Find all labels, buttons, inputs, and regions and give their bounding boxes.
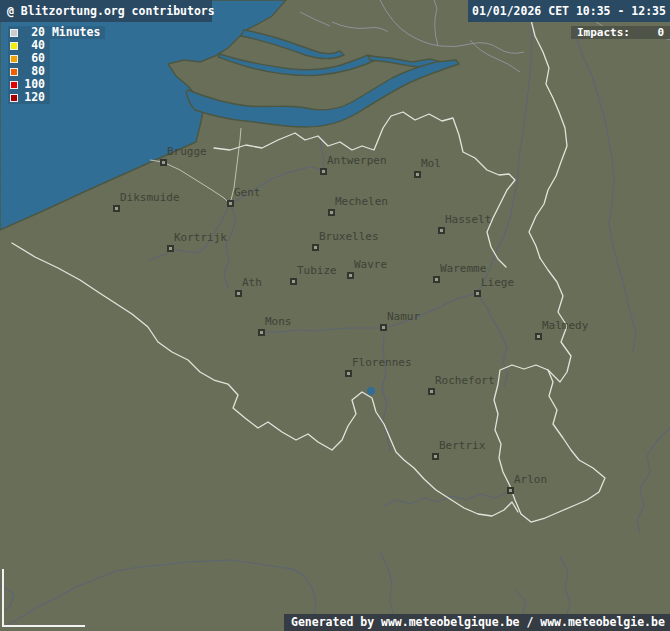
lightning-map-app: BruggeDiksmuideGentKortrijkAntwerpenMolM… (0, 0, 670, 631)
legend-color-swatch (10, 42, 18, 50)
city-marker (167, 245, 174, 252)
city-label: Wavre (354, 258, 387, 271)
city-label: Ath (242, 276, 262, 289)
impacts-counter: Impacts: 0 (571, 26, 670, 39)
city-label: Diksmuide (120, 191, 180, 204)
city-marker (380, 324, 387, 331)
legend-color-swatch (10, 94, 18, 102)
city-marker (345, 370, 352, 377)
city-label: Mechelen (335, 195, 388, 208)
city-label: Mol (421, 157, 441, 170)
city-marker (428, 388, 435, 395)
city-label: Bruxelles (319, 230, 379, 243)
legend-row: 20 Minutes (8, 26, 105, 39)
impacts-value: 0 (657, 26, 664, 39)
legend: 20 Minutes406080100120 (8, 26, 105, 104)
city-marker (290, 278, 297, 285)
city-label: Arlon (514, 473, 547, 486)
city-marker (258, 329, 265, 336)
city-label: Brugge (167, 145, 207, 158)
city-label: Tubize (297, 264, 337, 277)
city-label: Hasselt (445, 213, 491, 226)
city-label: Rochefort (435, 374, 495, 387)
city-label: Mons (265, 315, 292, 328)
city-marker (474, 290, 481, 297)
city-marker (235, 290, 242, 297)
legend-color-swatch (10, 68, 18, 76)
legend-row: 120 (8, 91, 50, 104)
datetime-bar: 01/01/2026 CET 10:35 - 12:35 (468, 0, 670, 22)
legend-color-swatch (10, 55, 18, 63)
lake-eau-d-heure (367, 387, 375, 395)
city-label: Gent (234, 186, 261, 199)
city-marker (227, 200, 234, 207)
legend-color-swatch (10, 81, 18, 89)
city-marker (432, 453, 439, 460)
city-label: Kortrijk (174, 231, 227, 244)
city-marker (433, 276, 440, 283)
city-marker (312, 244, 319, 251)
city-marker (113, 205, 120, 212)
city-marker (438, 227, 445, 234)
city-marker (535, 333, 542, 340)
city-label: Waremme (440, 262, 486, 275)
scale-bar-horizontal (2, 625, 85, 627)
scale-bar-vertical (2, 569, 4, 627)
city-marker (507, 487, 514, 494)
footer-bar: Generated by www.meteobelgique.be / www.… (284, 614, 670, 631)
city-marker (347, 272, 354, 279)
city-label: Bertrix (439, 439, 485, 452)
city-marker (320, 168, 327, 175)
impacts-label: Impacts: (577, 26, 630, 39)
city-label: Namur (387, 310, 420, 323)
attribution-bar: @ Blitzortung.org contributors (0, 0, 212, 22)
city-label: Malmedy (542, 319, 588, 332)
city-label: Florennes (352, 356, 412, 369)
legend-unit-label: Minutes (45, 26, 100, 39)
legend-minutes-value: 120 (21, 91, 45, 104)
city-marker (328, 209, 335, 216)
legend-color-swatch (10, 29, 18, 37)
city-label: Antwerpen (327, 154, 387, 167)
city-label: Liege (481, 276, 514, 289)
city-marker (160, 159, 167, 166)
city-marker (414, 171, 421, 178)
